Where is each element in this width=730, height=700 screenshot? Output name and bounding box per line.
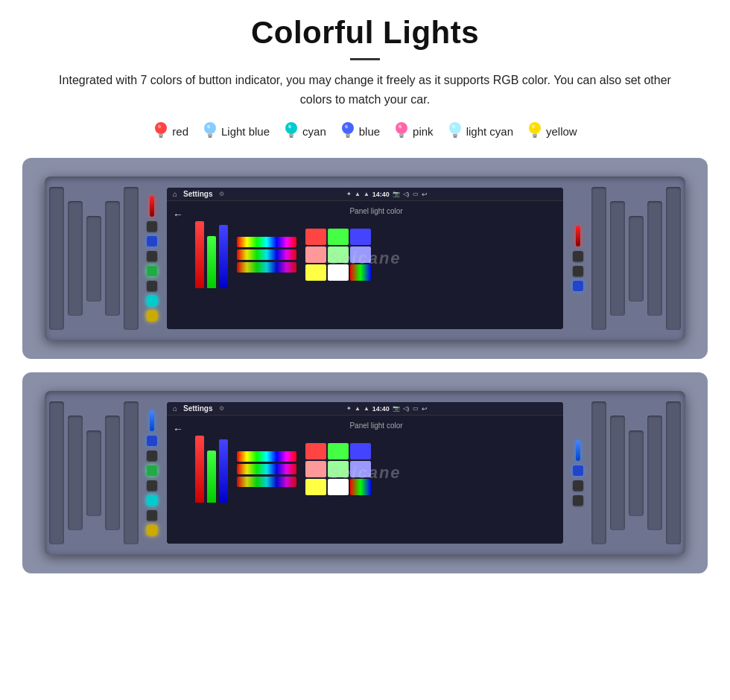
strip-button[interactable] xyxy=(147,510,157,521)
strip-button[interactable] xyxy=(147,266,157,276)
home-icon-small[interactable]: ⌂ xyxy=(173,190,177,198)
screen-icon: ▭ xyxy=(413,191,419,197)
back-nav-icon[interactable]: ↩ xyxy=(422,191,428,198)
strip-indicator-right-2 xyxy=(576,440,580,461)
palette-cell[interactable] xyxy=(350,229,371,245)
strip-button[interactable] xyxy=(147,480,157,491)
palette-cell[interactable] xyxy=(305,461,326,477)
screen-content-1: ← Panel light color xyxy=(167,201,563,329)
svg-point-25 xyxy=(529,122,541,134)
color-item-pink: pink xyxy=(393,121,434,141)
color-label-lightcyan: light cyan xyxy=(466,125,513,138)
svg-rect-6 xyxy=(208,134,212,136)
main-screen-1: ⌂ Settings ⚙ ✦ ▲ ▲ 14:40 📷 ◁) ▭ ↩ xyxy=(167,188,563,329)
camera-icon: 📷 xyxy=(393,405,400,412)
palette-cell[interactable] xyxy=(328,461,349,477)
settings-label-2: Settings xyxy=(183,404,212,413)
rainbow-bar-3 xyxy=(237,262,296,273)
time-display: 14:40 xyxy=(372,191,390,198)
svg-rect-14 xyxy=(346,134,350,136)
strip-button[interactable] xyxy=(147,436,157,446)
strip-button[interactable] xyxy=(147,311,157,321)
palette-cell[interactable] xyxy=(350,461,371,477)
screen-topbar-2: ⌂ Settings ⚙ ✦ ▲ ▲ 14:40 📷 ◁) ▭ ↩ xyxy=(167,402,563,416)
stereo-unit-1: ⌂ Settings ⚙ ✦ ▲ ▲ 14:40 📷 ◁) ▭ ↩ xyxy=(45,176,685,340)
back-arrow[interactable]: ← xyxy=(173,209,183,219)
palette-cell[interactable] xyxy=(328,264,349,281)
back-arrow-2[interactable]: ← xyxy=(173,423,183,433)
strip-button[interactable] xyxy=(147,281,157,291)
palette-cell[interactable] xyxy=(328,229,349,245)
palette-cell[interactable] xyxy=(305,443,326,459)
strip-button[interactable] xyxy=(573,281,583,291)
tune-icon: ⚙ xyxy=(219,191,224,197)
bar-red xyxy=(195,221,204,288)
strip-button[interactable] xyxy=(147,525,157,535)
svg-point-0 xyxy=(155,122,167,134)
panel-light-title: Panel light color xyxy=(195,207,557,215)
strip-button[interactable] xyxy=(147,451,157,461)
svg-rect-23 xyxy=(453,136,457,138)
palette-cell[interactable] xyxy=(305,479,326,495)
svg-point-13 xyxy=(342,122,354,134)
bar-green xyxy=(207,236,216,288)
volume-icon: ◁) xyxy=(403,191,410,197)
vent-bar xyxy=(647,416,662,530)
stereo-unit-2: ⌂ Settings ⚙ ✦ ▲ ▲ 14:40 📷 ◁) ▭ ↩ xyxy=(45,391,685,555)
rainbow-strips-2 xyxy=(237,436,296,503)
signal-icon: ▲ xyxy=(364,405,369,412)
palette-cell[interactable] xyxy=(305,229,326,245)
settings-label: Settings xyxy=(183,190,212,198)
strip-button[interactable] xyxy=(573,251,583,261)
svg-rect-3 xyxy=(159,136,163,138)
strip-button[interactable] xyxy=(147,221,157,232)
palette-cell[interactable] xyxy=(350,264,371,281)
bulb-icon-lightblue xyxy=(202,121,218,141)
strip-button[interactable] xyxy=(573,480,583,491)
strip-indicator-blue xyxy=(150,410,154,431)
palette-cell[interactable] xyxy=(350,443,371,459)
time-display-2: 14:40 xyxy=(372,405,390,413)
header-section: Colorful Lights Integrated with 7 colors… xyxy=(22,15,708,109)
strip-button[interactable] xyxy=(573,495,583,506)
device-card-1: ⌂ Settings ⚙ ✦ ▲ ▲ 14:40 📷 ◁) ▭ ↩ xyxy=(22,158,708,359)
color-item-lightcyan: light cyan xyxy=(447,121,513,141)
palette-cell[interactable] xyxy=(350,479,371,495)
strip-indicator-red xyxy=(150,196,154,217)
color-label-lightblue: Light blue xyxy=(221,125,270,138)
vent-bar xyxy=(666,187,681,330)
color-label-cyan: cyan xyxy=(302,125,326,138)
panel-content-1 xyxy=(195,221,557,288)
svg-rect-15 xyxy=(346,136,349,138)
strip-button[interactable] xyxy=(147,296,157,306)
palette-cell[interactable] xyxy=(350,246,371,263)
signal-icon: ▲ xyxy=(364,191,369,197)
strip-button[interactable] xyxy=(147,236,157,246)
vent-bar xyxy=(610,201,625,316)
back-nav-icon[interactable]: ↩ xyxy=(422,405,428,413)
palette-cell[interactable] xyxy=(328,479,349,495)
button-strip-right-2 xyxy=(568,437,588,509)
bluetooth-icon: ✦ xyxy=(346,405,352,412)
bulb-icon-cyan xyxy=(283,121,299,141)
home-icon-small[interactable]: ⌂ xyxy=(173,404,177,413)
palette-cell[interactable] xyxy=(305,264,326,281)
strip-indicator-right xyxy=(576,226,580,246)
color-label-yellow: yellow xyxy=(546,125,577,138)
svg-rect-27 xyxy=(533,136,537,138)
button-strip-left-1 xyxy=(142,193,162,324)
strip-button[interactable] xyxy=(573,465,583,476)
rainbow-bar-2 xyxy=(237,249,296,260)
palette-cell[interactable] xyxy=(328,246,349,263)
strip-button[interactable] xyxy=(147,251,157,261)
strip-button[interactable] xyxy=(147,465,157,476)
palette-cell[interactable] xyxy=(328,443,349,459)
strip-button[interactable] xyxy=(573,266,583,276)
svg-rect-22 xyxy=(453,134,457,136)
vent-bar xyxy=(666,401,681,544)
vent-bar xyxy=(105,201,120,316)
palette-cell[interactable] xyxy=(305,246,326,263)
vent-bar xyxy=(610,416,625,530)
title-divider xyxy=(350,58,380,60)
strip-button[interactable] xyxy=(147,495,157,506)
